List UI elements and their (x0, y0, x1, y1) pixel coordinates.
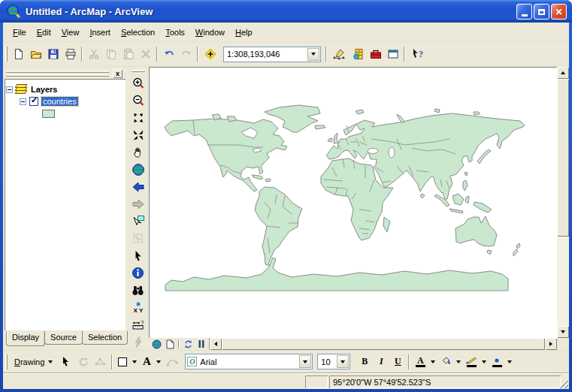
pan-button[interactable] (129, 143, 147, 161)
new-text-tool-button[interactable]: A (139, 354, 154, 370)
delete-button[interactable] (137, 46, 154, 62)
maximize-button[interactable] (534, 4, 549, 20)
go-back-extent-button[interactable] (129, 178, 147, 195)
font-dropdown-arrow-icon[interactable] (299, 355, 311, 368)
measure-button[interactable]: ? (129, 316, 147, 333)
command-window-button[interactable] (384, 46, 401, 62)
edit-annotation-tool-button[interactable] (163, 354, 180, 370)
copy-button[interactable] (102, 46, 120, 62)
menu-tools[interactable]: Tools (160, 25, 190, 40)
zoom-out-button[interactable] (129, 92, 147, 109)
cut-button[interactable] (85, 46, 102, 62)
layer-name[interactable]: countries (41, 97, 78, 106)
toc-layer-row[interactable]: countries (6, 95, 124, 107)
undo-button[interactable] (160, 46, 177, 62)
font-color-dropdown-arrow-icon[interactable] (428, 355, 437, 369)
select-elements-tool-button[interactable] (57, 354, 74, 370)
marker-color-dropdown-arrow-icon[interactable] (505, 355, 514, 369)
bold-button[interactable]: B (356, 354, 373, 369)
go-forward-extent-button[interactable] (129, 195, 147, 213)
full-extent-button[interactable] (129, 161, 147, 178)
editor-toolbar-button[interactable] (329, 46, 350, 62)
scroll-left-button[interactable] (210, 338, 222, 350)
fill-color-button[interactable] (437, 354, 454, 369)
minimize-button[interactable] (516, 4, 532, 20)
select-features-button[interactable] (129, 213, 147, 230)
arccatalog-button[interactable] (350, 46, 367, 62)
new-map-button[interactable] (10, 46, 27, 62)
scroll-right-button[interactable] (545, 338, 557, 350)
font-size-dropdown-arrow-icon[interactable] (337, 355, 349, 368)
horizontal-scroll-thumb[interactable] (222, 338, 545, 350)
toc-grip[interactable]: x (5, 68, 126, 78)
tools-toolbar-grip[interactable] (132, 70, 145, 72)
tab-source[interactable]: Source (44, 331, 83, 345)
tab-display[interactable]: Display (6, 331, 45, 346)
menu-selection[interactable]: Selection (116, 25, 160, 40)
toc-symbol-row[interactable] (6, 107, 124, 119)
toc-close-button[interactable]: x (113, 69, 123, 78)
map-scale-combo[interactable]: 1:308,193,046 (223, 47, 321, 62)
zoom-in-button[interactable] (129, 74, 147, 92)
save-button[interactable] (44, 46, 62, 62)
pause-drawing-button[interactable] (195, 339, 207, 350)
paste-button[interactable] (120, 46, 137, 62)
menu-insert[interactable]: Insert (84, 25, 116, 40)
title-bar[interactable]: Untitled - ArcMap - ArcView ✕ (0, 0, 572, 23)
arctoolbox-button[interactable] (367, 46, 384, 62)
vertical-scroll-thumb[interactable] (557, 79, 569, 237)
hyperlink-button[interactable] (129, 333, 147, 351)
open-button[interactable] (27, 46, 44, 62)
text-tool-dropdown-arrow-icon[interactable] (154, 355, 163, 369)
font-combo[interactable]: O Arial (185, 354, 313, 369)
resize-grip[interactable] (558, 378, 568, 388)
line-color-button[interactable] (463, 354, 480, 369)
toc-root-row[interactable]: Layers (6, 83, 124, 95)
menu-view[interactable]: View (56, 25, 85, 40)
collapse-icon[interactable] (6, 86, 13, 93)
redo-button[interactable] (177, 46, 195, 62)
edit-vertices-tool-button[interactable] (92, 354, 109, 370)
data-view-button[interactable] (150, 339, 163, 350)
layer-symbol-swatch[interactable] (42, 110, 55, 118)
collapse-icon[interactable] (20, 98, 26, 105)
add-data-button[interactable] (201, 46, 220, 62)
toolbar-grip[interactable] (5, 354, 8, 369)
drawing-menu-button[interactable]: Drawing (10, 355, 57, 369)
scroll-up-button[interactable] (557, 67, 569, 79)
clear-selection-button[interactable] (129, 230, 147, 247)
line-color-dropdown-arrow-icon[interactable] (480, 355, 489, 369)
select-elements-button[interactable] (129, 247, 147, 264)
new-rectangle-tool-button[interactable] (115, 354, 130, 370)
print-button[interactable] (62, 46, 79, 62)
marker-color-button[interactable] (489, 354, 505, 369)
scale-dropdown-arrow-icon[interactable] (307, 48, 319, 61)
menu-file[interactable]: File (8, 25, 32, 40)
menu-window[interactable]: Window (190, 25, 230, 40)
rotate-tool-button[interactable] (74, 354, 92, 370)
close-button[interactable]: ✕ (551, 4, 567, 20)
whats-this-help-button[interactable]: ? (407, 46, 428, 62)
refresh-view-button[interactable] (182, 339, 195, 350)
shape-tool-dropdown-arrow-icon[interactable] (130, 355, 139, 369)
fill-color-dropdown-arrow-icon[interactable] (454, 355, 463, 369)
underline-button[interactable]: U (389, 354, 406, 369)
map-vertical-scrollbar[interactable] (557, 67, 569, 338)
scroll-down-button[interactable] (557, 326, 569, 338)
fixed-zoom-in-button[interactable] (129, 109, 147, 126)
find-button[interactable] (129, 282, 147, 299)
fixed-zoom-out-button[interactable] (129, 126, 147, 143)
map-canvas[interactable] (149, 67, 557, 338)
font-size-combo[interactable]: 10 (317, 354, 350, 369)
menu-help[interactable]: Help (230, 25, 258, 40)
layer-visibility-checkbox[interactable] (29, 97, 38, 106)
menu-edit[interactable]: Edit (32, 25, 56, 40)
map-horizontal-scrollbar[interactable] (149, 338, 557, 350)
go-to-xy-button[interactable]: X Y (129, 299, 147, 316)
toolbar-grip[interactable] (5, 47, 8, 62)
layout-view-button[interactable] (163, 339, 176, 350)
identify-button[interactable] (129, 264, 147, 282)
tab-selection[interactable]: Selection (82, 331, 128, 345)
font-color-button[interactable]: A (412, 354, 428, 369)
italic-button[interactable]: I (373, 354, 389, 369)
